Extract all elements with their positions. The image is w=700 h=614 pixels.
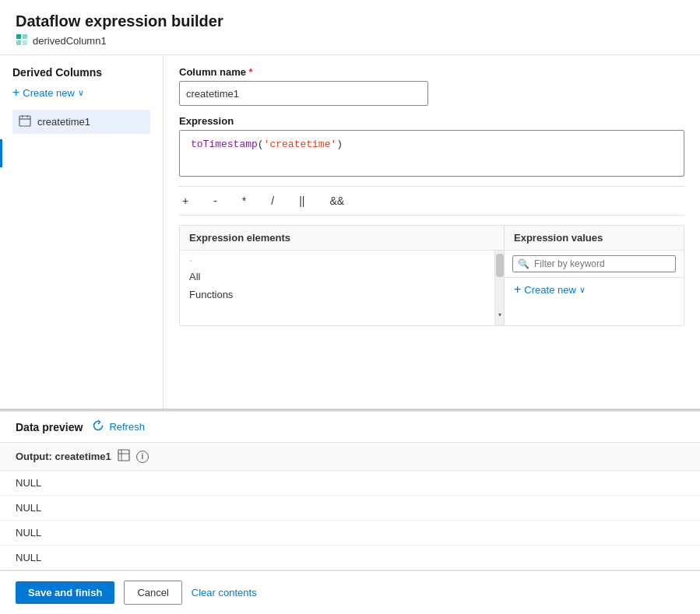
grid-icon	[16, 33, 28, 46]
search-icon: 🔍	[518, 258, 529, 269]
subtitle-text: derivedColumn1	[33, 35, 107, 47]
expression-box[interactable]: toTimestamp('createtime')	[179, 130, 684, 177]
save-and-finish-button[interactable]: Save and finish	[16, 581, 114, 604]
operator-minus[interactable]: -	[210, 193, 220, 209]
table-row: NULL	[0, 521, 700, 546]
sidebar-item-createtime1[interactable]: createtime1	[12, 110, 150, 134]
calendar-icon	[19, 114, 31, 129]
scroll-down-arrow[interactable]: ▾	[496, 311, 504, 322]
expr-string: 'createtime'	[264, 139, 337, 150]
main-container: Dataflow expression builder derivedColum…	[0, 0, 700, 614]
column-name-label: Column name *	[179, 66, 684, 78]
table-row: NULL	[0, 546, 700, 570]
data-preview-section: Data preview Refresh Output: createtime1	[0, 411, 700, 570]
active-indicator	[0, 139, 2, 167]
column-name-field: Column name *	[179, 66, 684, 106]
create-new-button[interactable]: + Create new ∨	[12, 86, 84, 99]
create-new-label: Create new	[23, 87, 74, 99]
expression-panel: Column name * Expression toTimestamp('cr…	[164, 55, 700, 409]
header-subtitle: derivedColumn1	[16, 33, 684, 48]
operator-plus[interactable]: +	[179, 193, 192, 209]
output-type-icon	[118, 449, 130, 464]
svg-rect-4	[19, 116, 30, 126]
header: Dataflow expression builder derivedColum…	[0, 0, 700, 55]
column-name-input[interactable]	[179, 81, 428, 106]
operator-row: + - * / || &&	[179, 186, 684, 216]
chevron-down-values-icon: ∨	[579, 285, 586, 295]
element-all[interactable]: All	[180, 268, 494, 286]
page-title: Dataflow expression builder	[16, 12, 684, 30]
clear-contents-button[interactable]: Clear contents	[192, 587, 257, 598]
info-icon[interactable]: i	[136, 451, 149, 463]
output-label: Output: createtime1	[16, 451, 111, 462]
svg-rect-3	[23, 40, 27, 45]
chevron-down-icon: ∨	[78, 88, 84, 98]
expression-values-header: Expression values	[505, 226, 684, 251]
elements-list-area: · All Functions ▾	[180, 251, 504, 325]
scroll-thumb	[496, 254, 504, 277]
output-table: Output: createtime1 i NULL NULL NULL NUL…	[0, 443, 700, 570]
elements-list[interactable]: · All Functions	[180, 251, 494, 325]
data-preview-title: Data preview	[16, 421, 83, 433]
filter-area: 🔍	[505, 251, 684, 278]
sidebar-section-title: Derived Columns	[12, 66, 150, 79]
refresh-label: Refresh	[109, 421, 145, 433]
footer: Save and finish Cancel Clear contents	[0, 570, 700, 614]
table-row: NULL	[0, 471, 700, 496]
expression-elements-panel: Expression elements · All Functions ▾	[180, 226, 505, 325]
expression-label: Expression	[179, 115, 684, 127]
filter-input[interactable]	[534, 258, 635, 269]
expr-bottom-panel: Expression elements · All Functions ▾	[179, 225, 684, 326]
expr-open-paren: (	[258, 139, 264, 150]
operator-or[interactable]: ||	[296, 193, 308, 209]
expr-close-paren: )	[336, 139, 343, 150]
svg-rect-8	[118, 450, 129, 461]
operator-and[interactable]: &&	[326, 193, 347, 209]
element-functions[interactable]: Functions	[180, 286, 494, 303]
operator-multiply[interactable]: *	[239, 193, 249, 209]
output-column-header: Output: createtime1 i	[0, 443, 700, 471]
plus-icon-values: +	[514, 282, 521, 296]
top-section: Derived Columns + Create new ∨ createtim…	[0, 55, 700, 411]
expression-elements-header: Expression elements	[180, 226, 504, 251]
svg-rect-1	[23, 34, 27, 39]
cancel-button[interactable]: Cancel	[124, 581, 181, 605]
table-row: NULL	[0, 496, 700, 521]
refresh-icon	[92, 419, 104, 434]
elements-scrollbar[interactable]: ▾	[494, 251, 504, 325]
expr-values-create-new[interactable]: + Create new ∨	[505, 278, 684, 301]
derived-column-icon	[16, 33, 28, 48]
operator-divide[interactable]: /	[268, 193, 277, 209]
svg-rect-2	[16, 40, 21, 45]
data-preview-header: Data preview Refresh	[0, 412, 700, 443]
sidebar-item-label: createtime1	[37, 116, 90, 128]
expression-values-panel: Expression values 🔍 + Create new ∨	[505, 226, 684, 325]
svg-rect-0	[16, 34, 21, 39]
required-star: *	[249, 66, 253, 78]
expression-field: Expression toTimestamp('createtime')	[179, 115, 684, 177]
create-new-values-label: Create new	[524, 284, 575, 296]
plus-icon: +	[12, 86, 19, 99]
refresh-button[interactable]: Refresh	[92, 419, 145, 434]
filter-input-wrapper: 🔍	[512, 255, 676, 272]
sidebar: Derived Columns + Create new ∨ createtim…	[0, 55, 164, 409]
expr-func: toTimestamp	[191, 139, 258, 150]
